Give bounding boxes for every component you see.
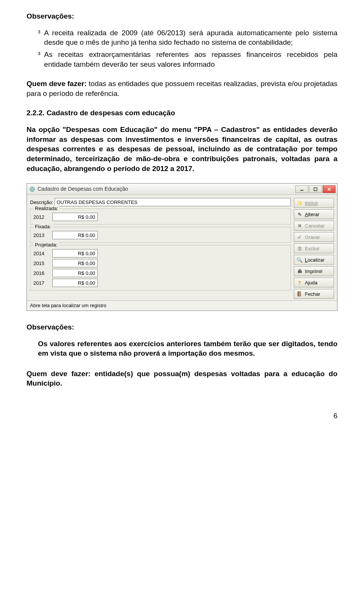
- dialog-title: Cadastro de Despesas com Educação: [38, 185, 295, 193]
- legend-realizada: Realizada:: [33, 205, 60, 212]
- help-icon: ?: [297, 279, 303, 286]
- projetada-2017-field[interactable]: R$ 0,00: [52, 279, 98, 287]
- close-button[interactable]: [323, 185, 336, 193]
- group-fixada: Fixada: 2013 R$ 0,00: [30, 227, 291, 243]
- quem-deve-fazer-2: Quem deve fazer: entidade(s) que possua(…: [27, 369, 337, 388]
- svg-rect-6: [298, 292, 299, 296]
- alterar-button[interactable]: ✎ Alterar: [294, 209, 334, 219]
- bullet-text: As receitas extraorçamentárias referente…: [44, 50, 337, 69]
- pencil-icon: ✎: [297, 211, 303, 217]
- window-icon: [29, 186, 35, 192]
- fechar-button[interactable]: Fechar: [294, 289, 334, 299]
- year-label: 2015: [33, 260, 49, 267]
- legend-projetada: Projetada:: [33, 242, 59, 248]
- main-paragraph: Na opção "Despesas com Educação" do menu…: [27, 125, 337, 173]
- year-label: 2017: [33, 280, 49, 287]
- dialog-cadastro-despesas-educacao: Cadastro de Despesas com Educação Descri…: [27, 183, 337, 311]
- statusbar: Abre tela para localizar um registro: [27, 300, 337, 311]
- obs1-title: Observações:: [27, 11, 337, 21]
- dialog-titlebar[interactable]: Cadastro de Despesas com Educação: [27, 184, 337, 195]
- svg-point-0: [30, 187, 35, 191]
- projetada-2015-field[interactable]: R$ 0,00: [52, 259, 98, 267]
- maximize-button[interactable]: [309, 185, 322, 193]
- legend-fixada: Fixada:: [33, 223, 53, 230]
- print-icon: 🖶: [297, 268, 303, 274]
- svg-rect-2: [314, 188, 317, 191]
- year-label: 2012: [33, 214, 49, 221]
- group-projetada: Projetada: 2014 R$ 0,00 2015 R$ 0,00 201…: [30, 245, 291, 290]
- bullet-marker: ³: [38, 28, 40, 47]
- fixada-2013-field[interactable]: R$ 0,00: [52, 231, 98, 239]
- check-icon: ✔: [297, 234, 303, 240]
- obs2-text: Os valores referentes aos exercícios ant…: [38, 339, 337, 358]
- bullet-text: A receita realizada de 2009 (até 06/2013…: [44, 28, 337, 47]
- year-label: 2013: [33, 232, 49, 239]
- cancel-icon: ✖: [297, 223, 303, 229]
- localizar-button[interactable]: 🔍 Localizar: [294, 255, 334, 265]
- sparkle-icon: ✨: [297, 200, 303, 206]
- imprimir-button[interactable]: 🖶 Imprimir: [294, 266, 334, 276]
- quem1-prefix: Quem deve fazer:: [27, 80, 89, 88]
- svg-rect-1: [300, 190, 303, 191]
- side-button-panel: ✨ Incluir ✎ Alterar ✖ Cancelar ✔ Gravar …: [294, 198, 334, 299]
- incluir-button[interactable]: ✨ Incluir: [294, 198, 334, 208]
- year-label: 2014: [33, 250, 49, 257]
- door-icon: [297, 291, 303, 297]
- quem-deve-fazer-1: Quem deve fazer: todas as entidades que …: [27, 79, 337, 98]
- projetada-2014-field[interactable]: R$ 0,00: [52, 249, 98, 257]
- minimize-button[interactable]: [295, 185, 308, 193]
- gravar-button[interactable]: ✔ Gravar: [294, 232, 334, 242]
- bullet-item: ³ A receita realizada de 2009 (até 06/20…: [38, 28, 337, 47]
- section-heading-222: 2.2.2. Cadastro de despesas com educação: [27, 108, 337, 118]
- quem2-prefix: Quem deve fazer:: [27, 370, 94, 378]
- search-icon: 🔍: [297, 257, 303, 263]
- trash-icon: 🗑: [297, 245, 303, 251]
- form-area: Descrição: OUTRAS DESPESAS CORRENTES Rea…: [30, 198, 291, 299]
- realizada-2012-field[interactable]: R$ 0,00: [52, 213, 98, 221]
- excluir-button[interactable]: 🗑 Excluir: [294, 243, 334, 253]
- ajuda-button[interactable]: ? Ajuda: [294, 278, 334, 287]
- page-number: 6: [27, 411, 337, 421]
- bullet-marker: ³: [38, 50, 40, 69]
- descricao-field[interactable]: OUTRAS DESPESAS CORRENTES: [55, 198, 291, 206]
- projetada-2016-field[interactable]: R$ 0,00: [52, 269, 98, 277]
- bullet-item: ³ As receitas extraorçamentárias referen…: [38, 50, 337, 69]
- obs2-title: Observações:: [27, 322, 337, 332]
- group-realizada: Realizada: 2012 R$ 0,00: [30, 209, 291, 224]
- descricao-label: Descrição:: [30, 199, 53, 206]
- year-label: 2016: [33, 270, 49, 277]
- cancelar-button[interactable]: ✖ Cancelar: [294, 221, 334, 231]
